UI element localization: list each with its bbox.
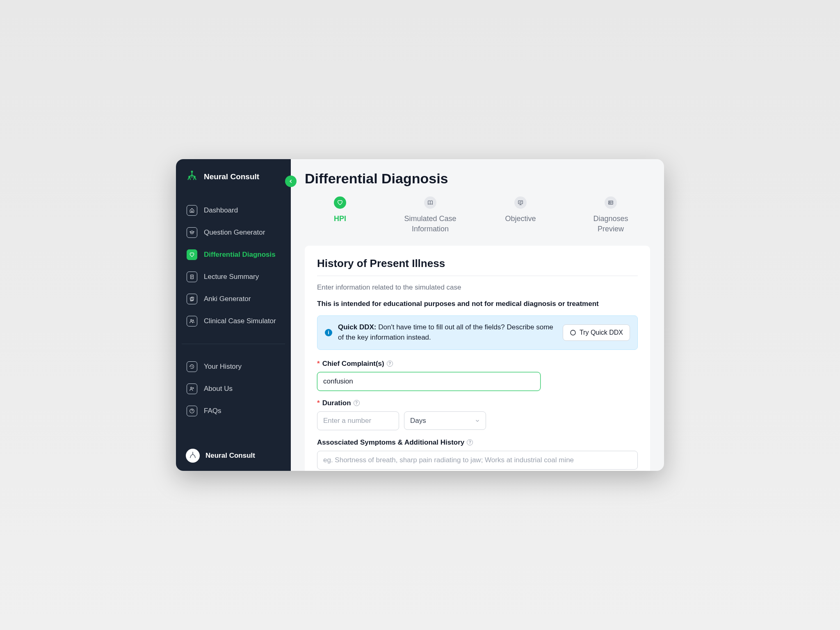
brand-name: Neural Consult xyxy=(204,172,259,181)
button-label: Try Quick DDX xyxy=(580,329,623,336)
sidebar: Neural Consult Dashboard Question Genera… xyxy=(176,159,291,471)
card-title: History of Present Illness xyxy=(317,257,638,270)
chief-complaint-input[interactable] xyxy=(317,372,541,391)
sidebar-item-label: FAQs xyxy=(204,407,221,415)
step-label: Simulated Case Information xyxy=(402,214,459,234)
sidebar-item-faqs[interactable]: FAQs xyxy=(182,400,285,422)
svg-point-7 xyxy=(193,320,194,321)
label-text: Chief Complaint(s) xyxy=(322,360,384,368)
step-label: Objective xyxy=(505,214,536,224)
svg-point-8 xyxy=(191,387,192,389)
help-icon[interactable]: ? xyxy=(467,439,473,445)
avatar xyxy=(186,449,200,463)
sidebar-collapse-button[interactable] xyxy=(285,176,297,187)
graduation-icon xyxy=(187,227,197,238)
step-label: HPI xyxy=(334,214,346,224)
alert-text: Quick DDX: Don't have time to fill out a… xyxy=(338,322,557,342)
sidebar-item-differential-diagnosis[interactable]: Differential Diagnosis xyxy=(182,244,285,266)
field-duration: * Duration ? Days xyxy=(317,399,638,430)
step-hpi[interactable]: HPI xyxy=(311,196,369,234)
heart-icon xyxy=(334,196,346,209)
sidebar-item-about-us[interactable]: About Us xyxy=(182,378,285,400)
duration-unit-select[interactable]: Days xyxy=(404,411,486,430)
sidebar-item-label: Anki Generator xyxy=(204,295,251,303)
sidebar-item-label: Lecture Summary xyxy=(204,273,259,281)
required-asterisk: * xyxy=(317,360,320,368)
id-card-icon xyxy=(605,196,617,209)
chat-icon xyxy=(570,329,576,336)
sidebar-item-question-generator[interactable]: Question Generator xyxy=(182,221,285,244)
neuron-icon xyxy=(186,171,198,183)
duration-row: Days xyxy=(317,411,638,430)
sidebar-item-label: Question Generator xyxy=(204,228,265,237)
history-icon xyxy=(187,361,197,372)
step-simulated-case[interactable]: Simulated Case Information xyxy=(402,196,459,234)
nav-secondary: Your History About Us FAQs xyxy=(176,352,291,426)
people-icon xyxy=(187,383,197,394)
sidebar-item-clinical-case-simulator[interactable]: Clinical Case Simulator xyxy=(182,310,285,332)
presentation-icon xyxy=(514,196,527,209)
step-objective[interactable]: Objective xyxy=(492,196,549,234)
svg-point-6 xyxy=(191,320,192,321)
svg-point-2 xyxy=(194,176,195,178)
field-label: * Duration ? xyxy=(317,399,638,407)
help-icon[interactable]: ? xyxy=(354,400,360,406)
app-window: Neural Consult Dashboard Question Genera… xyxy=(176,159,664,471)
nav-primary: Dashboard Question Generator Differentia… xyxy=(176,195,291,336)
footer-user-name: Neural Consult xyxy=(205,452,255,460)
people-icon xyxy=(187,316,197,326)
help-icon[interactable]: ? xyxy=(387,361,393,367)
book-icon xyxy=(424,196,436,209)
duration-unit-select-wrap: Days xyxy=(404,411,486,430)
associated-symptoms-input[interactable] xyxy=(317,451,638,470)
document-icon xyxy=(187,272,197,282)
nav-divider xyxy=(182,344,285,344)
svg-point-9 xyxy=(193,388,194,388)
duration-number-input[interactable] xyxy=(317,411,399,430)
step-label: Diagnoses Preview xyxy=(582,214,639,234)
divider xyxy=(317,276,638,276)
field-label: * Chief Complaint(s) ? xyxy=(317,360,638,368)
label-text: Duration xyxy=(322,399,351,407)
sidebar-item-label: Differential Diagnosis xyxy=(204,251,276,259)
disclaimer-text: This is intended for educational purpose… xyxy=(317,300,638,308)
sidebar-item-label: Dashboard xyxy=(204,206,238,215)
heart-icon xyxy=(187,249,197,260)
svg-point-0 xyxy=(192,171,193,172)
field-associated-symptoms: Assosciated Symptoms & Additional Histor… xyxy=(317,438,638,470)
home-icon xyxy=(187,205,197,216)
field-label: Assosciated Symptoms & Additional Histor… xyxy=(317,438,638,447)
svg-point-1 xyxy=(189,176,190,178)
card-subtitle: Enter information related to the simulat… xyxy=(317,283,638,292)
main-content: Differential Diagnosis HPI Simulated Cas… xyxy=(291,159,664,471)
quick-ddx-alert: i Quick DDX: Don't have time to fill out… xyxy=(317,315,638,349)
sidebar-item-your-history[interactable]: Your History xyxy=(182,356,285,378)
stepper: HPI Simulated Case Information Objective… xyxy=(305,196,650,234)
sidebar-item-lecture-summary[interactable]: Lecture Summary xyxy=(182,266,285,288)
try-quick-ddx-button[interactable]: Try Quick DDX xyxy=(563,324,630,341)
sidebar-item-label: Your History xyxy=(204,363,242,371)
label-text: Assosciated Symptoms & Additional Histor… xyxy=(317,438,464,447)
sidebar-item-label: About Us xyxy=(204,385,233,393)
required-asterisk: * xyxy=(317,399,320,407)
info-icon: i xyxy=(325,329,332,336)
brand: Neural Consult xyxy=(176,171,291,195)
cards-icon xyxy=(187,294,197,304)
question-icon xyxy=(187,406,197,416)
alert-headline: Quick DDX: xyxy=(338,323,377,331)
page-title: Differential Diagnosis xyxy=(305,171,650,187)
form-card: History of Present Illness Enter informa… xyxy=(305,246,650,471)
sidebar-item-dashboard[interactable]: Dashboard xyxy=(182,199,285,221)
footer-user[interactable]: Neural Consult xyxy=(176,442,291,471)
step-diagnoses-preview[interactable]: Diagnoses Preview xyxy=(582,196,639,234)
field-chief-complaint: * Chief Complaint(s) ? xyxy=(317,360,638,391)
sidebar-item-label: Clinical Case Simulator xyxy=(204,317,276,325)
sidebar-item-anki-generator[interactable]: Anki Generator xyxy=(182,288,285,310)
